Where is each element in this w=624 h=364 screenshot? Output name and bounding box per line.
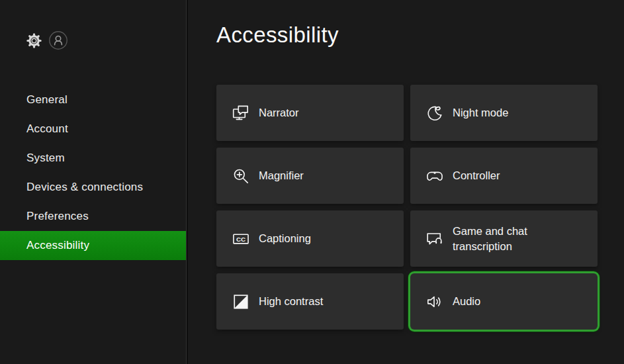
tile-narrator[interactable]: Narrator: [216, 85, 404, 141]
high-contrast-icon: [232, 293, 249, 310]
sidebar-item-preferences[interactable]: Preferences: [0, 202, 186, 231]
sidebar-menu: General Account System Devices & connect…: [0, 85, 186, 260]
tile-label: Captioning: [259, 231, 311, 246]
controller-icon: [426, 167, 443, 185]
tile-label: High contrast: [259, 294, 323, 308]
night-mode-icon: [426, 105, 443, 122]
audio-icon: [426, 293, 443, 310]
game-chat-transcription-icon: [426, 230, 443, 248]
tile-label: Game and chat transcription: [453, 224, 578, 253]
sidebar-item-account[interactable]: Account: [0, 114, 186, 144]
tile-audio[interactable]: Audio: [410, 273, 598, 330]
svg-text:CC: CC: [236, 235, 245, 242]
magnifier-icon: [232, 167, 249, 185]
tile-label: Audio: [453, 294, 480, 308]
tile-label: Night mode: [453, 105, 508, 120]
tile-grid: Narrator Night mode: [216, 85, 598, 330]
page-title: Accessibility: [216, 23, 339, 48]
tile-captioning[interactable]: CC Captioning: [216, 210, 404, 267]
sidebar-item-general[interactable]: General: [0, 85, 186, 114]
captioning-icon: CC: [232, 230, 249, 248]
tile-controller[interactable]: Controller: [410, 148, 598, 204]
sidebar-item-devices[interactable]: Devices & connections: [0, 173, 186, 202]
tile-game-chat-transcription[interactable]: Game and chat transcription: [410, 210, 598, 267]
sidebar-top-icons: [26, 30, 68, 50]
tile-magnifier[interactable]: Magnifier: [216, 148, 404, 204]
tile-night-mode[interactable]: Night mode: [410, 85, 598, 141]
sidebar: General Account System Devices & connect…: [0, 0, 186, 364]
tile-label: Magnifier: [259, 168, 304, 183]
main-content: Accessibility Narrator: [188, 0, 624, 364]
tile-label: Narrator: [259, 105, 299, 120]
tile-label: Controller: [453, 168, 500, 183]
tile-high-contrast[interactable]: High contrast: [216, 273, 404, 330]
settings-gear-icon[interactable]: [26, 32, 42, 49]
sidebar-item-system[interactable]: System: [0, 144, 186, 173]
xbox-settings-screen: General Account System Devices & connect…: [0, 0, 624, 364]
profile-icon[interactable]: [48, 30, 68, 50]
narrator-icon: [232, 105, 249, 122]
sidebar-item-accessibility[interactable]: Accessibility: [0, 231, 186, 260]
